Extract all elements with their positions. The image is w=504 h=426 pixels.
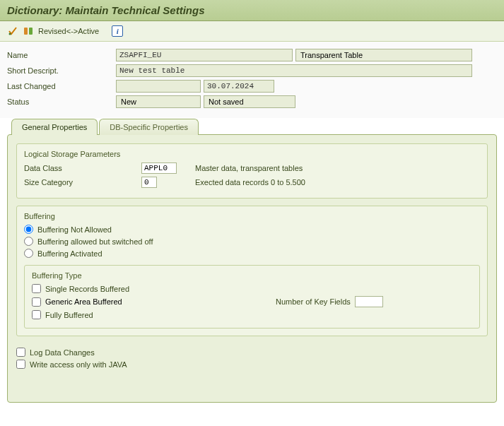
fully-buffered-checkbox[interactable] [32, 310, 41, 319]
short-desc-label: Short Descript. [7, 66, 113, 75]
page-title: Dictionary: Maintain Technical Settings [7, 4, 497, 16]
status-value2: Not saved [204, 95, 295, 108]
name-label: Name [7, 51, 113, 59]
buffering-not-allowed-radio[interactable] [24, 225, 33, 234]
name-input[interactable] [116, 49, 293, 61]
svg-point-0 [9, 33, 11, 35]
buffering-title: Buffering [24, 212, 480, 220]
tab-body: Logical Storage Parameters Data Class Ma… [7, 134, 497, 403]
data-class-desc: Master data, transparent tables [195, 164, 303, 172]
last-changed-by-input[interactable] [116, 80, 201, 93]
buffering-type-title: Buffering Type [32, 271, 472, 280]
size-category-desc: Exected data records 0 to 5.500 [195, 178, 305, 187]
log-data-changes-label: Log Data Changes [30, 348, 95, 357]
fully-buffered-label: Fully Buffered [45, 311, 93, 319]
last-changed-label: Last Changed [7, 82, 113, 90]
data-class-input[interactable] [141, 162, 177, 174]
generic-area-label: Generic Area Buffered [45, 297, 271, 306]
svg-rect-2 [29, 28, 33, 35]
tab-strip: General Properties DB-Specific Propertie… [11, 119, 497, 135]
write-java-checkbox[interactable] [16, 360, 25, 369]
revised-active-label[interactable]: Revised<->Active [38, 27, 99, 35]
title-bar: Dictionary: Maintain Technical Settings [0, 0, 504, 21]
buffering-group: Buffering Buffering Not Allowed Bufferin… [16, 206, 488, 336]
generic-area-checkbox[interactable] [32, 297, 41, 307]
buffering-activated-label: Buffering Activated [37, 249, 102, 258]
toolbar: Revised<->Active i [0, 21, 504, 42]
buffering-type-group: Buffering Type Single Records Buffered G… [24, 265, 480, 329]
bottom-checks: Log Data Changes Write access only with … [16, 348, 488, 369]
num-key-fields-input[interactable] [355, 296, 383, 307]
size-category-label: Size Category [24, 178, 137, 187]
tab-general-properties[interactable]: General Properties [11, 119, 98, 135]
toggle-icon[interactable] [23, 25, 34, 37]
logical-storage-group: Logical Storage Parameters Data Class Ma… [16, 143, 488, 199]
buffering-switched-off-radio[interactable] [24, 237, 33, 246]
activate-icon[interactable] [7, 25, 18, 37]
logical-storage-title: Logical Storage Parameters [24, 150, 480, 158]
status-value1: New [116, 95, 201, 108]
last-changed-date-input[interactable] [204, 80, 274, 93]
info-icon[interactable]: i [112, 25, 123, 37]
header-form: Name Transparent Table Short Descript. L… [0, 42, 504, 118]
log-data-changes-checkbox[interactable] [16, 348, 25, 357]
num-key-fields-label: Number of Key Fields [276, 297, 351, 306]
table-type-display: Transparent Table [295, 49, 472, 61]
write-java-label: Write access only with JAVA [30, 360, 127, 369]
svg-rect-1 [24, 28, 28, 35]
buffering-switched-off-label: Buffering allowed but switched off [37, 237, 153, 246]
short-desc-input[interactable] [116, 64, 472, 77]
size-category-input[interactable] [141, 177, 157, 188]
single-records-label: Single Records Buffered [45, 285, 129, 293]
buffering-activated-radio[interactable] [24, 249, 33, 258]
buffering-not-allowed-label: Buffering Not Allowed [37, 225, 112, 234]
tabs-container: General Properties DB-Specific Propertie… [0, 118, 504, 403]
data-class-label: Data Class [24, 164, 137, 172]
status-label: Status [7, 97, 113, 106]
single-records-checkbox[interactable] [32, 284, 41, 293]
tab-db-specific-properties[interactable]: DB-Specific Properties [99, 119, 199, 135]
